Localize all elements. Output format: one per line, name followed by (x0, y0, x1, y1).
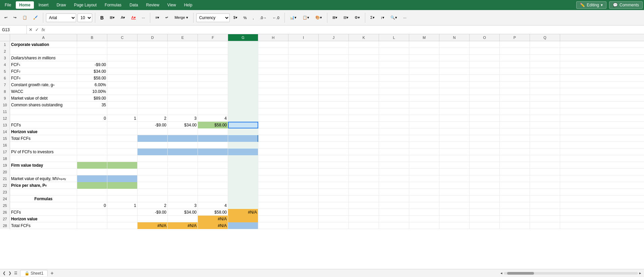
cell-k23[interactable] (349, 189, 379, 196)
cell-p22[interactable] (500, 182, 530, 189)
col-header-d[interactable]: D (138, 34, 168, 41)
cell-n10[interactable] (439, 102, 470, 108)
cell-e8[interactable] (168, 88, 198, 95)
cell-b16[interactable] (77, 142, 107, 149)
cell-b24[interactable] (77, 196, 107, 202)
cell-h5[interactable] (258, 68, 288, 75)
cell-h27[interactable] (258, 216, 288, 222)
cell-j24[interactable] (319, 196, 349, 202)
cell-c9[interactable] (107, 95, 138, 102)
cell-d26[interactable]: -$9.00 (138, 209, 168, 216)
cell-h18[interactable] (258, 155, 288, 162)
cell-n14[interactable] (439, 128, 470, 135)
cell-q28[interactable] (530, 222, 560, 229)
cell-f25[interactable]: 4 (198, 202, 228, 209)
cell-d10[interactable] (138, 102, 168, 108)
cell-o14[interactable] (470, 128, 500, 135)
cell-h20[interactable] (258, 169, 288, 175)
cell-h22[interactable] (258, 182, 288, 189)
cell-f21[interactable] (198, 175, 228, 182)
cell-k3[interactable] (349, 55, 379, 61)
cell-i9[interactable] (288, 95, 319, 102)
cell-i1[interactable] (288, 41, 319, 48)
col-header-l[interactable]: L (379, 34, 409, 41)
cell-k19[interactable] (349, 162, 379, 169)
cell-n21[interactable] (439, 175, 470, 182)
cell-k6[interactable] (349, 75, 379, 81)
cell-o16[interactable] (470, 142, 500, 149)
cell-k13[interactable] (349, 122, 379, 128)
cell-n27[interactable] (439, 216, 470, 222)
cell-a17[interactable]: PV of FCFs to investors (10, 149, 77, 155)
cell-e9[interactable] (168, 95, 198, 102)
cell-k2[interactable] (349, 48, 379, 55)
cell-g5[interactable] (228, 68, 258, 75)
cell-q8[interactable] (530, 88, 560, 95)
cell-l4[interactable] (379, 61, 409, 68)
cell-k14[interactable] (349, 128, 379, 135)
cell-l10[interactable] (379, 102, 409, 108)
cell-g10[interactable] (228, 102, 258, 108)
cell-c20[interactable] (107, 169, 138, 175)
cell-d18[interactable] (138, 155, 168, 162)
cell-g8[interactable] (228, 88, 258, 95)
cell-g3[interactable] (228, 55, 258, 61)
cell-e11[interactable] (168, 108, 198, 115)
cell-e6[interactable] (168, 75, 198, 81)
cell-f4[interactable] (198, 61, 228, 68)
comments-button[interactable]: 💬 Comments (609, 1, 643, 9)
cell-b25[interactable]: 0 (77, 202, 107, 209)
cell-p27[interactable] (500, 216, 530, 222)
cell-h12[interactable] (258, 115, 288, 122)
delete-button[interactable]: ⊟▾ (341, 12, 351, 24)
cell-b28[interactable] (77, 222, 107, 229)
cell-m15[interactable] (409, 135, 439, 142)
cell-m13[interactable] (409, 122, 439, 128)
cell-g14[interactable] (228, 128, 258, 135)
fx-icon[interactable]: fx (42, 27, 45, 32)
cell-m27[interactable] (409, 216, 439, 222)
cell-b1[interactable] (77, 41, 107, 48)
cell-n20[interactable] (439, 169, 470, 175)
cell-f3[interactable] (198, 55, 228, 61)
font-family-select[interactable]: Arial (46, 13, 76, 22)
cell-c13[interactable] (107, 122, 138, 128)
font-color-button[interactable]: A▾ (129, 12, 138, 24)
cell-c21[interactable] (107, 175, 138, 182)
cell-i18[interactable] (288, 155, 319, 162)
cell-p18[interactable] (500, 155, 530, 162)
cell-k12[interactable] (349, 115, 379, 122)
cell-j20[interactable] (319, 169, 349, 175)
cell-j26[interactable] (319, 209, 349, 216)
cell-l28[interactable] (379, 222, 409, 229)
cell-g25[interactable] (228, 202, 258, 209)
menu-home[interactable]: Home (16, 1, 34, 9)
scroll-left-button[interactable]: ◂ (500, 271, 502, 275)
cell-o8[interactable] (470, 88, 500, 95)
cell-q23[interactable] (530, 189, 560, 196)
cell-d15[interactable] (138, 135, 168, 142)
cell-o5[interactable] (470, 68, 500, 75)
cell-j8[interactable] (319, 88, 349, 95)
col-header-f[interactable]: F (198, 34, 228, 41)
cell-a19[interactable]: Firm value today (10, 162, 77, 169)
sum-button[interactable]: Σ▾ (368, 12, 377, 24)
cell-p20[interactable] (500, 169, 530, 175)
cell-d17[interactable] (138, 149, 168, 155)
cell-j13[interactable] (319, 122, 349, 128)
cell-g22[interactable] (228, 182, 258, 189)
cell-d1[interactable] (138, 41, 168, 48)
cell-j12[interactable] (319, 115, 349, 122)
cell-n15[interactable] (439, 135, 470, 142)
cell-d21[interactable] (138, 175, 168, 182)
cell-n4[interactable] (439, 61, 470, 68)
cell-b23[interactable] (77, 189, 107, 196)
cell-g15[interactable] (228, 135, 258, 142)
cell-i23[interactable] (288, 189, 319, 196)
cell-o9[interactable] (470, 95, 500, 102)
cell-m18[interactable] (409, 155, 439, 162)
cell-h13[interactable] (258, 122, 288, 128)
cell-o23[interactable] (470, 189, 500, 196)
cell-n26[interactable] (439, 209, 470, 216)
cell-h7[interactable] (258, 81, 288, 88)
